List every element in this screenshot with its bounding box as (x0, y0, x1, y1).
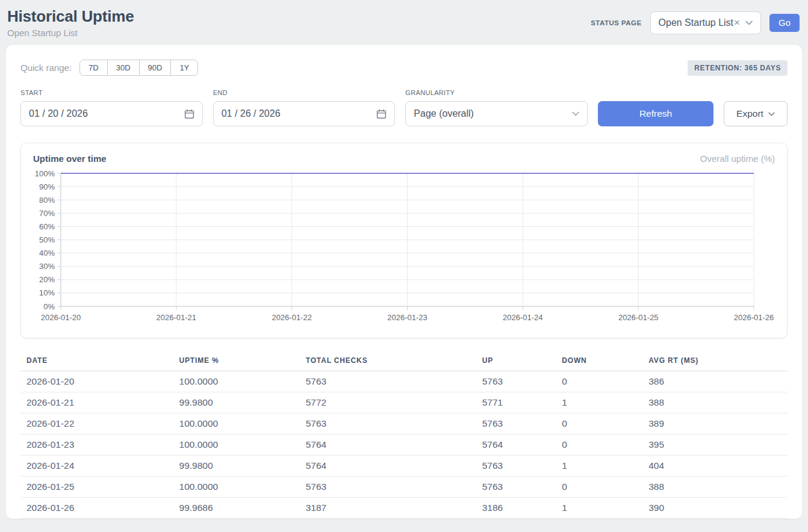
table-cell: 395 (642, 435, 788, 456)
column-header: UP (476, 353, 556, 371)
clear-icon[interactable]: × (734, 17, 740, 29)
table-cell: 2026-01-22 (20, 413, 173, 435)
table-row: 2026-01-2499.9800576457631404 (20, 456, 788, 477)
refresh-button[interactable]: Refresh (598, 101, 713, 126)
table-cell: 0 (556, 371, 642, 392)
table-cell: 404 (642, 456, 788, 477)
retention-badge: RETENTION: 365 DAYS (688, 60, 788, 76)
svg-text:2026-01-25: 2026-01-25 (618, 313, 659, 322)
uptime-table: DATEUPTIME %TOTAL CHECKSUPDOWNAVG RT (MS… (20, 353, 788, 519)
table-cell: 386 (642, 371, 788, 392)
quick-range-button[interactable]: 90D (139, 60, 172, 76)
svg-text:40%: 40% (39, 249, 55, 258)
status-page-label: STATUS PAGE (591, 19, 641, 26)
table-cell: 5764 (476, 435, 556, 456)
chart-card: Uptime over time Overall uptime (%) 0%10… (20, 143, 788, 338)
column-header: UPTIME % (173, 353, 300, 371)
table-cell: 0 (556, 435, 642, 456)
quick-range-button[interactable]: 1Y (170, 60, 198, 76)
main-panel: Quick range: 7D30D90D1Y RETENTION: 365 D… (6, 45, 802, 519)
end-date-label: END (213, 89, 396, 96)
table-cell: 2026-01-24 (20, 456, 173, 477)
svg-text:2026-01-21: 2026-01-21 (157, 313, 197, 322)
uptime-line-chart: 0%10%20%30%40%50%60%70%80%90%100%2026-01… (33, 169, 775, 327)
export-button[interactable]: Export (724, 101, 788, 126)
table-cell: 99.9800 (173, 456, 300, 477)
status-page-select[interactable]: Open Startup List × (650, 11, 761, 34)
table-row: 2026-01-2699.9686318731861390 (20, 498, 788, 519)
svg-text:90%: 90% (39, 182, 55, 191)
svg-text:30%: 30% (39, 262, 55, 271)
quick-range-button[interactable]: 30D (107, 60, 140, 76)
svg-text:2026-01-20: 2026-01-20 (41, 313, 81, 322)
uptime-table-body: 2026-01-20100.00005763576303862026-01-21… (20, 371, 788, 519)
chart-header: Uptime over time Overall uptime (%) (33, 153, 775, 164)
column-header: AVG RT (MS) (642, 353, 788, 371)
table-row: 2026-01-2199.9800577257711388 (20, 392, 788, 413)
table-cell: 388 (642, 477, 788, 498)
table-header-row: DATEUPTIME %TOTAL CHECKSUPDOWNAVG RT (MS… (20, 353, 788, 371)
end-date-value: 01 / 26 / 2026 (222, 108, 281, 119)
table-cell: 388 (642, 392, 788, 413)
quick-range-button[interactable]: 7D (79, 60, 108, 76)
go-button[interactable]: Go (769, 14, 800, 32)
chart-title: Uptime over time (33, 153, 107, 164)
table-cell: 5763 (300, 371, 476, 392)
table-cell: 2026-01-26 (20, 498, 173, 519)
table-cell: 99.9800 (173, 392, 300, 413)
table-cell: 5764 (300, 435, 476, 456)
quick-range-row: Quick range: 7D30D90D1Y RETENTION: 365 D… (20, 60, 788, 76)
end-date-field: END 01 / 26 / 2026 (213, 89, 396, 126)
column-header: TOTAL CHECKS (300, 353, 476, 371)
filter-fields-row: START 01 / 20 / 2026 END 01 / 26 / 2026 … (20, 89, 788, 126)
svg-text:50%: 50% (39, 235, 55, 244)
export-button-label: Export (736, 108, 763, 119)
svg-text:60%: 60% (39, 222, 55, 231)
table-cell: 3186 (476, 498, 556, 519)
end-date-input[interactable]: 01 / 26 / 2026 (213, 101, 396, 126)
table-cell: 5772 (300, 392, 476, 413)
page-subtitle: Open Startup List (7, 28, 134, 38)
title-block: Historical Uptime Open Startup List (7, 7, 134, 38)
svg-text:2026-01-22: 2026-01-22 (272, 313, 311, 322)
table-cell: 2026-01-21 (20, 392, 173, 413)
svg-text:20%: 20% (39, 275, 55, 284)
start-date-input[interactable]: 01 / 20 / 2026 (20, 101, 203, 126)
table-cell: 5763 (476, 477, 556, 498)
page-title: Historical Uptime (7, 7, 134, 26)
table-cell: 5763 (300, 477, 476, 498)
column-header: DOWN (556, 353, 642, 371)
quick-range-group: 7D30D90D1Y (79, 60, 198, 76)
table-cell: 5763 (300, 413, 476, 435)
table-cell: 5764 (300, 456, 476, 477)
calendar-icon[interactable] (376, 109, 387, 119)
svg-text:0%: 0% (43, 302, 55, 311)
chevron-down-icon (572, 111, 579, 116)
svg-text:10%: 10% (39, 288, 55, 297)
start-date-label: START (20, 89, 203, 96)
table-cell: 3187 (300, 498, 476, 519)
header: Historical Uptime Open Startup List STAT… (0, 0, 808, 45)
table-row: 2026-01-22100.0000576357630389 (20, 413, 788, 435)
table-cell: 2026-01-25 (20, 477, 173, 498)
granularity-select[interactable]: Page (overall) (405, 101, 588, 126)
table-row: 2026-01-23100.0000576457640395 (20, 435, 788, 456)
svg-text:80%: 80% (39, 196, 55, 205)
table-cell: 5763 (476, 456, 556, 477)
header-controls: STATUS PAGE Open Startup List × Go (591, 11, 800, 34)
svg-text:2026-01-23: 2026-01-23 (387, 313, 427, 322)
table-row: 2026-01-20100.0000576357630386 (20, 371, 788, 392)
calendar-icon[interactable] (184, 109, 194, 119)
granularity-field: GRANULARITY Page (overall) (405, 89, 588, 126)
table-cell: 390 (642, 498, 788, 519)
svg-text:2026-01-26: 2026-01-26 (734, 313, 774, 322)
table-cell: 99.9686 (173, 498, 300, 519)
svg-text:2026-01-24: 2026-01-24 (503, 313, 543, 322)
table-cell: 2026-01-20 (20, 371, 173, 392)
svg-text:70%: 70% (39, 209, 55, 218)
table-cell: 1 (556, 456, 642, 477)
column-header: DATE (20, 353, 173, 371)
table-cell: 2026-01-23 (20, 435, 173, 456)
table-cell: 100.0000 (173, 413, 300, 435)
table-cell: 0 (556, 477, 642, 498)
